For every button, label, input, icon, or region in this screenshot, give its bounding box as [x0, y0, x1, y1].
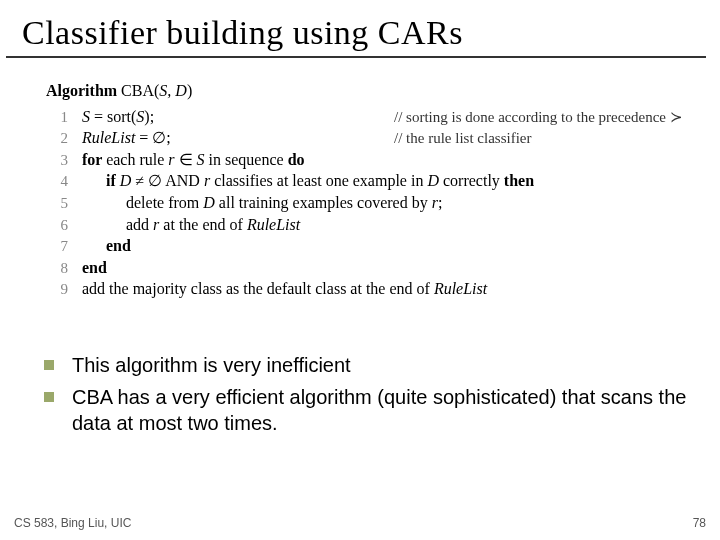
page-number: 78: [693, 516, 706, 530]
algo-line: 1 S = sort(S); // sorting is done accord…: [46, 106, 704, 128]
text: ;: [438, 194, 442, 211]
algo-args: S, D: [159, 82, 187, 99]
var: RuleList: [434, 280, 487, 297]
text: correctly: [439, 172, 504, 189]
list-item: CBA has a very efficient algorithm (quit…: [44, 384, 692, 436]
algo-keyword: Algorithm: [46, 82, 117, 99]
slide: { "title": "Classifier building using CA…: [0, 0, 720, 540]
line-body: if D ≠ ∅ AND r classifies at least one e…: [82, 170, 704, 192]
line-number: 1: [46, 107, 68, 127]
line-number: 5: [46, 193, 68, 213]
bullet-icon: [44, 360, 54, 370]
line-number: 4: [46, 171, 68, 191]
text: in sequence: [205, 151, 288, 168]
var: S: [197, 151, 205, 168]
var: S: [82, 108, 90, 125]
text: classifies at least one example in: [210, 172, 427, 189]
text: all training examples covered by: [215, 194, 432, 211]
line-body: end: [82, 235, 704, 257]
page-title: Classifier building using CARs: [6, 0, 706, 58]
line-body: add r at the end of RuleList: [82, 214, 704, 236]
indent: [82, 216, 126, 233]
text: add the majority class as the default cl…: [82, 280, 434, 297]
text: ∈: [175, 151, 197, 168]
var: D: [203, 194, 215, 211]
line-number: 6: [46, 215, 68, 235]
text: at the end of: [159, 216, 247, 233]
var: RuleList: [82, 129, 135, 146]
algorithm-block: Algorithm CBA(S, D) 1 S = sort(S); // so…: [46, 80, 704, 300]
line-comment: // the rule list classifier: [394, 128, 704, 148]
algo-line: 4 if D ≠ ∅ AND r classifies at least one…: [46, 170, 704, 192]
line-number: 2: [46, 128, 68, 148]
list-item: This algorithm is very inefficient: [44, 352, 692, 378]
keyword: if: [106, 172, 120, 189]
line-body: RuleList = ∅;: [82, 127, 394, 149]
line-body: S = sort(S);: [82, 106, 394, 128]
algo-fn-name: CBA(: [117, 82, 159, 99]
text: delete from: [126, 194, 203, 211]
algo-line: 2 RuleList = ∅; // the rule list classif…: [46, 127, 704, 149]
algo-line: 9 add the majority class as the default …: [46, 278, 704, 300]
var: RuleList: [247, 216, 300, 233]
bullet-icon: [44, 392, 54, 402]
footer: CS 583, Bing Liu, UIC 78: [14, 516, 706, 530]
line-comment: // sorting is done according to the prec…: [394, 107, 704, 127]
bullet-text: CBA has a very efficient algorithm (quit…: [72, 384, 692, 436]
indent: [82, 237, 106, 254]
algo-line: 8 end: [46, 257, 704, 279]
algo-paren-close: ): [187, 82, 192, 99]
line-number: 9: [46, 279, 68, 299]
keyword: end: [82, 259, 107, 276]
algorithm-header: Algorithm CBA(S, D): [46, 80, 704, 102]
line-number: 8: [46, 258, 68, 278]
algo-line: 7 end: [46, 235, 704, 257]
text: add: [126, 216, 153, 233]
text: ≠ ∅ AND: [131, 172, 204, 189]
text: = sort(: [90, 108, 136, 125]
indent: [82, 194, 126, 211]
keyword: end: [106, 237, 131, 254]
line-number: 3: [46, 150, 68, 170]
text: );: [144, 108, 154, 125]
keyword: do: [288, 151, 305, 168]
line-body: add the majority class as the default cl…: [82, 278, 704, 300]
algo-line: 5 delete from D all training examples co…: [46, 192, 704, 214]
bullet-text: This algorithm is very inefficient: [72, 352, 351, 378]
bullet-list: This algorithm is very inefficient CBA h…: [44, 352, 692, 436]
footer-left: CS 583, Bing Liu, UIC: [14, 516, 131, 530]
keyword: then: [504, 172, 534, 189]
line-body: for each rule r ∈ S in sequence do: [82, 149, 704, 171]
line-body: end: [82, 257, 704, 279]
var: D: [120, 172, 132, 189]
text: = ∅;: [135, 129, 170, 146]
indent: [82, 172, 106, 189]
line-body: delete from D all training examples cove…: [82, 192, 704, 214]
line-number: 7: [46, 236, 68, 256]
text: each rule: [106, 151, 168, 168]
algo-line: 6 add r at the end of RuleList: [46, 214, 704, 236]
keyword: for: [82, 151, 106, 168]
var: D: [427, 172, 439, 189]
algo-line: 3 for each rule r ∈ S in sequence do: [46, 149, 704, 171]
